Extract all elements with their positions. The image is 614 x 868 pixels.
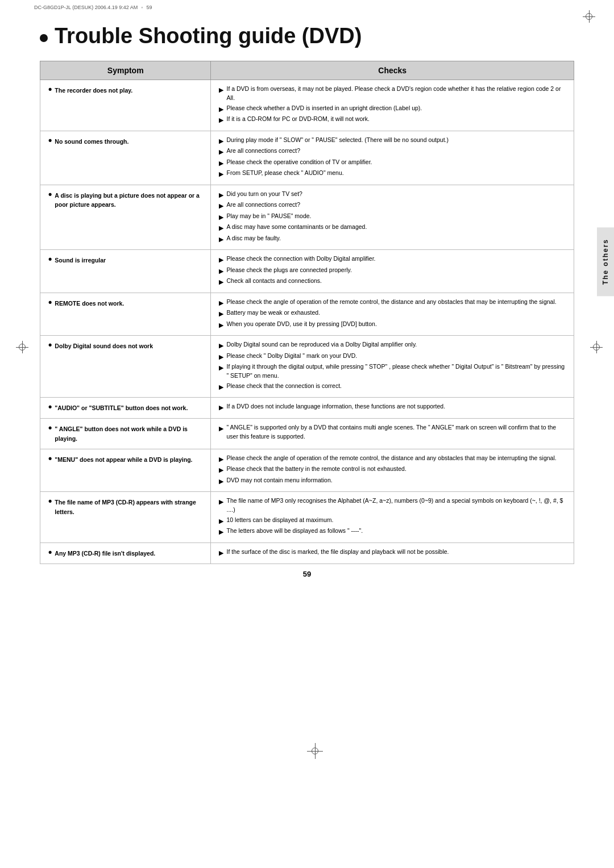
check-text: A disc may have some contaminants or be … (226, 223, 367, 232)
check-item: ▶If a DVD does not include language info… (219, 402, 566, 412)
table-row: •The recorder does not play.▶If a DVD is… (40, 80, 574, 131)
check-item: ▶If it is a CD-ROM for PC or DVD-ROM, it… (219, 115, 566, 125)
check-arrow-icon: ▶ (219, 548, 223, 558)
check-text: A disc may be faulty. (226, 234, 281, 243)
check-arrow-icon: ▶ (219, 223, 223, 233)
check-arrow-icon: ▶ (219, 309, 223, 319)
table-row: •Any MP3 (CD-R) file isn't displayed.▶If… (40, 542, 574, 564)
symptom-cell: •Sound is irregular (40, 250, 211, 293)
symptom-text: Dolby Digital sound does not work (55, 341, 153, 350)
symptom-label: •" ANGLE" button does not work while a D… (48, 424, 202, 443)
checks-cell: ▶If the surface of the disc is marked, t… (211, 542, 574, 564)
check-text: When you operate DVD, use it by pressing… (226, 320, 376, 329)
checks-list: ▶If the surface of the disc is marked, t… (219, 548, 566, 558)
check-arrow-icon: ▶ (219, 158, 223, 168)
table-row: •"MENU" does not appear while a DVD is p… (40, 449, 574, 492)
table-row: •No sound comes through.▶During play mod… (40, 131, 574, 185)
page-number: 59 (40, 570, 574, 578)
checks-cell: ▶If a DVD is from overseas, it may not b… (211, 80, 574, 131)
check-text: Play may be in " PAUSE" mode. (226, 212, 311, 221)
check-text: 10 letters can be displayed at maximum. (226, 516, 333, 525)
page-header: DC-G8GD1P-JL (DESUK) 2006.4.19 9:42 AM ◦… (0, 0, 614, 12)
symptom-dot: • (48, 254, 52, 264)
check-text: The letters above will be displayed as f… (226, 527, 363, 536)
check-item: ▶DVD may not contain menu information. (219, 476, 566, 486)
symptom-label: •The file name of MP3 (CD-R) appears wit… (48, 498, 202, 516)
check-arrow-icon: ▶ (219, 341, 223, 350)
symptom-cell: •No sound comes through. (40, 131, 211, 185)
check-arrow-icon: ▶ (219, 454, 223, 464)
check-text: If playing it through the digital output… (226, 362, 566, 381)
checks-cell: ▶Please check the angle of operation of … (211, 449, 574, 492)
check-text: From SETUP, please check " AUDIO" menu. (226, 169, 343, 178)
checks-cell: ▶Did you turn on your TV set?▶Are all co… (211, 185, 574, 250)
col-header-checks: Checks (211, 61, 574, 80)
check-item: ▶Please check the angle of operation of … (219, 298, 566, 308)
symptom-text: No sound comes through. (55, 137, 128, 146)
symptom-cell: •" ANGLE" button does not work while a D… (40, 419, 211, 449)
symptom-dot: • (48, 135, 52, 145)
check-arrow-icon: ▶ (219, 382, 223, 392)
check-item: ▶10 letters can be displayed at maximum. (219, 516, 566, 526)
check-item: ▶Please check the operative condition of… (219, 158, 566, 168)
symptom-text: Sound is irregular (55, 256, 106, 265)
symptom-cell: •"MENU" does not appear while a DVD is p… (40, 449, 211, 492)
check-text: DVD may not contain menu information. (226, 476, 332, 485)
symptom-label: •A disc is playing but a picture does no… (48, 191, 202, 210)
check-arrow-icon: ▶ (219, 212, 223, 222)
symptom-label: •No sound comes through. (48, 137, 202, 146)
table-row: •REMOTE does not work.▶Please check the … (40, 293, 574, 336)
check-text: Did you turn on your TV set? (226, 190, 302, 199)
check-arrow-icon: ▶ (219, 147, 223, 157)
checks-list: ▶Please check the connection with Dolby … (219, 254, 566, 287)
check-item: ▶Play may be in " PAUSE" mode. (219, 212, 566, 222)
symptom-text: "MENU" does not appear while a DVD is pl… (55, 455, 192, 464)
check-text: Check all contacts and connections. (226, 277, 322, 286)
checks-cell: ▶" ANGLE" is supported only by a DVD tha… (211, 419, 574, 449)
main-content: Trouble Shooting guide (DVD) Symptom Che… (0, 12, 614, 601)
symptom-dot: • (48, 84, 52, 94)
symptom-dot: • (48, 340, 52, 350)
checks-cell: ▶If a DVD does not include language info… (211, 398, 574, 419)
check-text: " ANGLE" is supported only by a DVD that… (226, 423, 566, 441)
symptom-text: The recorder does not play. (55, 86, 132, 95)
check-item: ▶If playing it through the digital outpu… (219, 362, 566, 381)
check-item: ▶Are all connections correct? (219, 201, 566, 211)
col-header-symptom: Symptom (40, 61, 211, 80)
check-text: During play mode if " SLOW" or " PAUSE" … (226, 136, 449, 145)
check-arrow-icon: ▶ (219, 201, 223, 211)
symptom-dot: • (48, 297, 52, 307)
symptom-dot: • (48, 189, 52, 199)
check-arrow-icon: ▶ (219, 403, 223, 412)
check-item: ▶If a DVD is from overseas, it may not b… (219, 85, 566, 103)
symptom-cell: •"AUDIO" or "SUBTITLE" button does not w… (40, 398, 211, 419)
check-text: Battery may be weak or exhausted. (226, 308, 320, 318)
check-item: ▶Please check that the battery in the re… (219, 465, 566, 475)
check-text: If the surface of the disc is marked, th… (226, 548, 449, 557)
symptom-label: •"AUDIO" or "SUBTITLE" button does not w… (48, 403, 202, 412)
check-arrow-icon: ▶ (219, 277, 223, 287)
header-page-ref: 59 (146, 5, 152, 10)
check-text: Please check the plugs are connected pro… (226, 266, 351, 275)
check-item: ▶The letters above will be displayed as … (219, 527, 566, 537)
check-item: ▶Are all connections correct? (219, 147, 566, 157)
check-text: If a DVD is from overseas, it may not be… (226, 85, 566, 103)
check-item: ▶Check all contacts and connections. (219, 277, 566, 287)
check-text: Are all connections correct? (226, 147, 300, 156)
check-arrow-icon: ▶ (219, 85, 223, 95)
check-arrow-icon: ▶ (219, 266, 223, 276)
check-text: If a DVD does not include language infor… (226, 402, 445, 411)
symptom-cell: •Dolby Digital sound does not work (40, 336, 211, 398)
symptom-text: " ANGLE" button does not work while a DV… (55, 424, 202, 443)
check-text: If it is a CD-ROM for PC or DVD-ROM, it … (226, 115, 369, 124)
check-item: ▶Battery may be weak or exhausted. (219, 308, 566, 319)
checks-list: ▶If a DVD does not include language info… (219, 402, 566, 412)
symptom-text: The file name of MP3 (CD-R) appears with… (55, 498, 202, 516)
symptom-cell: •REMOTE does not work. (40, 293, 211, 336)
symptom-label: •"MENU" does not appear while a DVD is p… (48, 455, 202, 464)
symptom-cell: •A disc is playing but a picture does no… (40, 185, 211, 250)
check-item: ▶The file name of MP3 only recognises th… (219, 496, 566, 515)
check-text: Please check that the battery in the rem… (226, 465, 406, 474)
check-text: Please check the angle of operation of t… (226, 454, 556, 463)
check-text: Please check the connection with Dolby D… (226, 254, 375, 264)
